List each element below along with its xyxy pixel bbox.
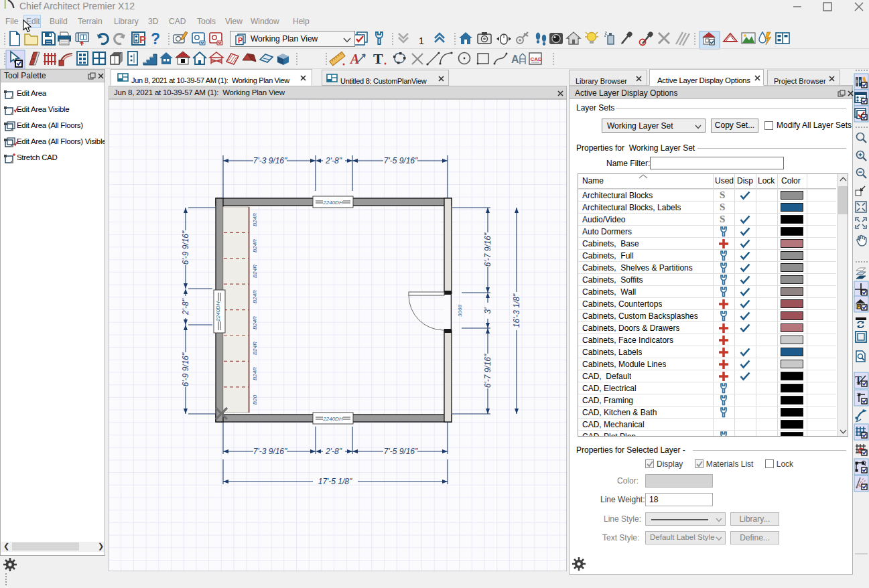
svg-text:B24R: B24R bbox=[252, 367, 258, 380]
svg-text:3068: 3068 bbox=[457, 305, 463, 317]
svg-text:2'-8": 2'-8" bbox=[181, 298, 190, 315]
svg-text:B24R: B24R bbox=[252, 342, 258, 355]
svg-text:7'-5 9/16": 7'-5 9/16" bbox=[384, 447, 418, 456]
svg-text:17'-5 1/8": 17'-5 1/8" bbox=[318, 477, 352, 486]
svg-text:6'-7 9/16": 6'-7 9/16" bbox=[483, 232, 492, 267]
svg-text:A: A bbox=[349, 52, 359, 66]
svg-text:A: A bbox=[511, 54, 519, 65]
svg-text:6'-9 9/16": 6'-9 9/16" bbox=[181, 352, 190, 386]
svg-text:7'-3 9/16": 7'-3 9/16" bbox=[253, 156, 287, 165]
svg-text:P: P bbox=[139, 33, 146, 45]
svg-text:P: P bbox=[238, 36, 243, 44]
svg-text:1: 1 bbox=[419, 35, 424, 46]
svg-text:2'-8": 2'-8" bbox=[325, 447, 342, 456]
svg-text:6'-9 9/16": 6'-9 9/16" bbox=[181, 230, 190, 265]
svg-text:B20: B20 bbox=[252, 394, 258, 405]
svg-text:T: T bbox=[373, 50, 383, 67]
svg-text:B24R: B24R bbox=[252, 290, 258, 303]
svg-text:B24R: B24R bbox=[252, 239, 258, 252]
svg-text:2240DH: 2240DH bbox=[215, 301, 221, 322]
svg-text:7'-5 9/16": 7'-5 9/16" bbox=[384, 156, 418, 165]
svg-text:B24R: B24R bbox=[252, 265, 258, 278]
svg-text:2240DH: 2240DH bbox=[322, 416, 343, 422]
svg-text:B24R: B24R bbox=[252, 213, 258, 226]
svg-text:2240DH: 2240DH bbox=[322, 200, 343, 206]
svg-text:2'-8": 2'-8" bbox=[325, 156, 342, 165]
svg-text:3': 3' bbox=[483, 307, 492, 314]
svg-text:B24R: B24R bbox=[252, 316, 258, 329]
svg-text:6'-7 9/16": 6'-7 9/16" bbox=[483, 354, 492, 388]
svg-text:CAD: CAD bbox=[531, 56, 543, 62]
svg-text:7'-3 9/16": 7'-3 9/16" bbox=[253, 447, 287, 456]
svg-text:?: ? bbox=[151, 30, 160, 48]
svg-text:16'-3 1/8": 16'-3 1/8" bbox=[512, 293, 521, 327]
